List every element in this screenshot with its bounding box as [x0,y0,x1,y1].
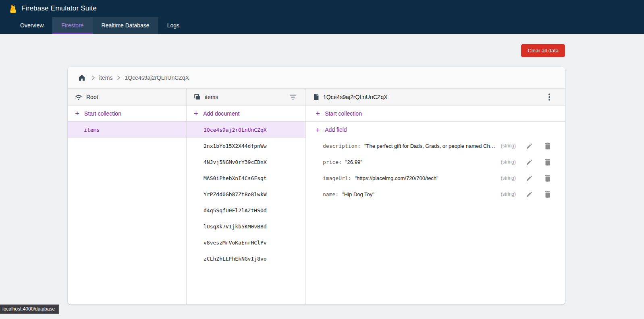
field-type: (string) [501,191,516,197]
plus-icon: + [316,110,320,117]
field-value: "https://placeimg.com/720/700/tech" [355,175,438,181]
document-column: 1Qce4s9aj2rQLnUnCZqX + Start collection … [306,89,565,304]
chevron-right-icon [116,75,120,80]
document-panel-header: 1Qce4s9aj2rQLnUnCZqX [306,89,565,106]
edit-field-icon[interactable] [524,173,534,183]
edit-field-icon[interactable] [524,141,534,151]
collection-icon [194,93,201,100]
field-row: price: "26.99" (string) [306,154,565,170]
document-row[interactable]: d4q5SqfU0Fl2lAZtHSOd [187,202,305,218]
firebase-flame-icon [9,3,17,14]
field-row: name: "Hip Dog Toy" (string) [306,186,565,202]
document-icon [313,93,319,101]
tab-firestore[interactable]: Firestore [52,17,92,34]
delete-field-icon[interactable] [542,141,553,151]
delete-field-icon[interactable] [542,157,553,167]
field-value: "Hip Dog Toy" [342,191,374,197]
delete-field-icon[interactable] [542,189,553,199]
brand: Firebase Emulator Suite [0,0,644,17]
document-row[interactable]: 2nx1bYo15X2X44dfpnWw [187,138,305,154]
start-collection-button[interactable]: + Start collection [306,106,565,122]
field-value: "26.99" [345,159,362,165]
field-row: description: "The perfect gift for Dads,… [306,138,565,154]
breadcrumb-document[interactable]: 1Qce4s9aj2rQLnUnCZqX [125,75,189,81]
tab-realtime-database[interactable]: Realtime Database [93,17,158,34]
database-root-icon [75,94,82,100]
edit-field-icon[interactable] [524,189,534,199]
start-collection-label: Start collection [325,110,362,117]
tab-logs[interactable]: Logs [158,17,188,34]
chevron-right-icon [91,75,95,80]
delete-field-icon[interactable] [542,173,553,183]
document-row[interactable]: MAS0iPhebXnI4Cs6Fsgt [187,170,305,186]
field-key: description: [323,143,361,149]
field-type: (string) [501,159,516,165]
document-row[interactable]: 4NJvj5NGMv0rY39cEDnX [187,154,305,170]
clear-all-data-button[interactable]: Clear all data [521,44,565,57]
document-row[interactable]: 1Qce4s9aj2rQLnUnCZqX [187,122,305,138]
app-title: Firebase Emulator Suite [21,4,97,12]
field-value: "The perfect gift for Dads, Grads, or pe… [364,143,495,149]
home-icon[interactable] [77,72,87,83]
document-row[interactable]: v8veszMrVoKaEnrHClPv [187,234,305,251]
edit-field-icon[interactable] [524,157,534,167]
plus-icon: + [75,110,79,117]
add-field-label: Add field [325,126,347,133]
field-row: imageUrl: "https://placeimg.com/720/700/… [306,170,565,186]
field-key: name: [323,191,339,197]
field-type: (string) [501,175,516,181]
field-key: imageUrl: [323,175,351,181]
kebab-menu-icon[interactable] [544,92,555,102]
root-panel-title: Root [86,94,98,100]
field-key: price: [323,159,342,165]
collection-panel-title: items [205,94,218,100]
collection-panel-header: items [187,89,305,106]
plus-icon: + [316,126,320,134]
document-row[interactable]: YrPZdd0Gb87Zt8o8lwkW [187,186,305,202]
breadcrumb-collection[interactable]: items [99,75,112,81]
document-panel-title: 1Qce4s9aj2rQLnUnCZqX [323,94,388,100]
app-header: Firebase Emulator Suite Overview Firesto… [0,0,644,34]
start-collection-button[interactable]: + Start collection [68,106,186,122]
tab-overview[interactable]: Overview [11,17,52,34]
filter-icon[interactable] [288,92,298,102]
root-column: Root + Start collection items [68,89,187,304]
root-panel-header: Root [68,89,186,106]
collection-column: items + Add document 1Qce4s9aj2rQLnUnCZq… [187,89,306,304]
breadcrumb: items 1Qce4s9aj2rQLnUnCZqX [68,67,565,89]
document-row[interactable]: zCLhZhLLFhEkNGvIj8vo [187,251,305,267]
collection-row-items[interactable]: items [68,122,186,138]
add-document-button[interactable]: + Add document [187,106,305,122]
main-nav: Overview Firestore Realtime Database Log… [0,17,644,34]
start-collection-label: Start collection [84,110,121,117]
status-url: localhost:4000/database [0,304,59,314]
plus-icon: + [194,110,198,117]
document-row[interactable]: lUsqXk7V1jkb5KM0vB8d [187,218,305,234]
field-type: (string) [501,143,516,149]
add-document-label: Add document [203,110,239,117]
firestore-panel: items 1Qce4s9aj2rQLnUnCZqX Root + Sta [68,67,565,304]
add-field-button[interactable]: + Add field [306,122,565,138]
